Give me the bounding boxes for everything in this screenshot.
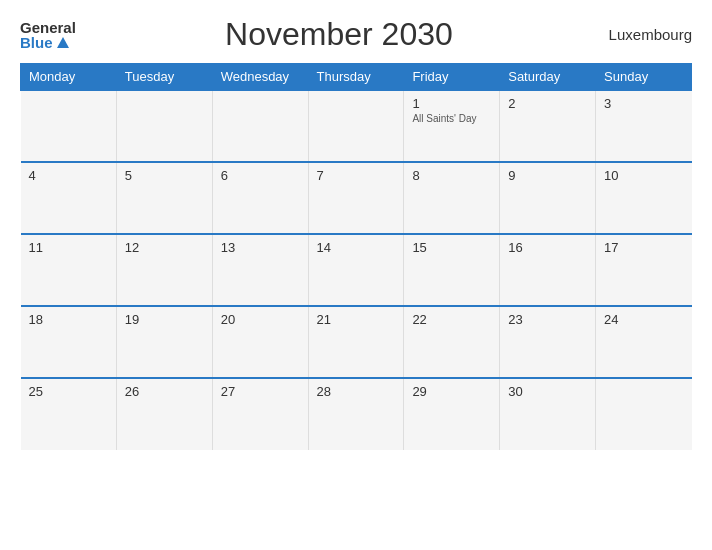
day-number: 25 xyxy=(29,384,108,399)
calendar-cell: 30 xyxy=(500,378,596,450)
page: General Blue November 2030 Luxembourg Mo… xyxy=(0,0,712,550)
calendar-week-row: 1All Saints' Day23 xyxy=(21,90,692,162)
header-tuesday: Tuesday xyxy=(116,64,212,91)
header: General Blue November 2030 Luxembourg xyxy=(20,16,692,53)
day-number: 16 xyxy=(508,240,587,255)
calendar-cell: 11 xyxy=(21,234,117,306)
calendar-cell: 8 xyxy=(404,162,500,234)
calendar-cell xyxy=(21,90,117,162)
calendar-cell: 6 xyxy=(212,162,308,234)
calendar-cell: 29 xyxy=(404,378,500,450)
calendar-cell: 18 xyxy=(21,306,117,378)
day-number: 18 xyxy=(29,312,108,327)
calendar-cell: 23 xyxy=(500,306,596,378)
day-number: 30 xyxy=(508,384,587,399)
calendar-cell: 10 xyxy=(596,162,692,234)
calendar-cell xyxy=(116,90,212,162)
day-number: 15 xyxy=(412,240,491,255)
calendar-cell: 27 xyxy=(212,378,308,450)
day-number: 29 xyxy=(412,384,491,399)
header-thursday: Thursday xyxy=(308,64,404,91)
header-wednesday: Wednesday xyxy=(212,64,308,91)
calendar-cell: 3 xyxy=(596,90,692,162)
day-number: 6 xyxy=(221,168,300,183)
header-saturday: Saturday xyxy=(500,64,596,91)
calendar-cell: 7 xyxy=(308,162,404,234)
calendar-cell: 28 xyxy=(308,378,404,450)
day-number: 13 xyxy=(221,240,300,255)
calendar-week-row: 11121314151617 xyxy=(21,234,692,306)
day-number: 9 xyxy=(508,168,587,183)
day-number: 21 xyxy=(317,312,396,327)
calendar-cell: 1All Saints' Day xyxy=(404,90,500,162)
day-number: 2 xyxy=(508,96,587,111)
calendar-cell: 12 xyxy=(116,234,212,306)
calendar-cell xyxy=(596,378,692,450)
day-number: 5 xyxy=(125,168,204,183)
calendar-week-row: 45678910 xyxy=(21,162,692,234)
day-number: 3 xyxy=(604,96,683,111)
day-number: 17 xyxy=(604,240,683,255)
calendar-cell: 24 xyxy=(596,306,692,378)
calendar-cell: 19 xyxy=(116,306,212,378)
day-number: 10 xyxy=(604,168,683,183)
logo: General Blue xyxy=(20,20,76,50)
calendar-cell: 20 xyxy=(212,306,308,378)
header-monday: Monday xyxy=(21,64,117,91)
calendar-week-row: 18192021222324 xyxy=(21,306,692,378)
day-number: 12 xyxy=(125,240,204,255)
day-number: 7 xyxy=(317,168,396,183)
header-friday: Friday xyxy=(404,64,500,91)
logo-triangle-icon xyxy=(57,37,69,48)
day-number: 23 xyxy=(508,312,587,327)
header-sunday: Sunday xyxy=(596,64,692,91)
logo-general-text: General xyxy=(20,20,76,35)
calendar-cell: 5 xyxy=(116,162,212,234)
calendar-cell xyxy=(212,90,308,162)
day-number: 27 xyxy=(221,384,300,399)
day-number: 4 xyxy=(29,168,108,183)
day-number: 19 xyxy=(125,312,204,327)
calendar-cell: 25 xyxy=(21,378,117,450)
country-label: Luxembourg xyxy=(602,26,692,43)
calendar-cell xyxy=(308,90,404,162)
holiday-label: All Saints' Day xyxy=(412,113,491,124)
day-number: 22 xyxy=(412,312,491,327)
calendar-cell: 13 xyxy=(212,234,308,306)
calendar-cell: 16 xyxy=(500,234,596,306)
calendar-cell: 9 xyxy=(500,162,596,234)
calendar-cell: 17 xyxy=(596,234,692,306)
day-number: 8 xyxy=(412,168,491,183)
calendar-cell: 2 xyxy=(500,90,596,162)
logo-blue-text: Blue xyxy=(20,35,69,50)
calendar-cell: 14 xyxy=(308,234,404,306)
calendar-cell: 22 xyxy=(404,306,500,378)
calendar-cell: 15 xyxy=(404,234,500,306)
calendar-title: November 2030 xyxy=(76,16,602,53)
day-number: 26 xyxy=(125,384,204,399)
calendar-cell: 26 xyxy=(116,378,212,450)
day-number: 11 xyxy=(29,240,108,255)
calendar-cell: 4 xyxy=(21,162,117,234)
day-number: 28 xyxy=(317,384,396,399)
day-number: 24 xyxy=(604,312,683,327)
day-number: 14 xyxy=(317,240,396,255)
day-number: 20 xyxy=(221,312,300,327)
day-number: 1 xyxy=(412,96,491,111)
calendar-table: Monday Tuesday Wednesday Thursday Friday… xyxy=(20,63,692,450)
calendar-week-row: 252627282930 xyxy=(21,378,692,450)
calendar-header-row: Monday Tuesday Wednesday Thursday Friday… xyxy=(21,64,692,91)
calendar-cell: 21 xyxy=(308,306,404,378)
